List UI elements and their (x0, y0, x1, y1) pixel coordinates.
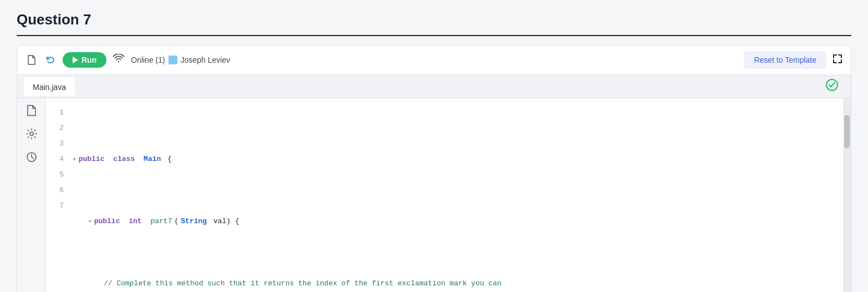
toolbar-right: Reset to Template (744, 51, 843, 69)
expand-button[interactable] (832, 53, 843, 67)
code-body: 1 2 3 4 5 6 7 ▾ public class Main { (17, 98, 851, 292)
file-tab-main-java[interactable]: Main.java (24, 77, 75, 96)
page-container: Question 7 (0, 0, 868, 292)
file-tab-label: Main.java (33, 83, 66, 92)
check-icon[interactable] (820, 75, 844, 98)
sidebar-icons (17, 98, 46, 292)
reset-to-template-button[interactable]: Reset to Template (744, 51, 826, 69)
play-icon (73, 57, 78, 63)
toolbar-left: Run Online (1) Joseph Leviev (25, 52, 737, 68)
sidebar-settings-button[interactable] (25, 127, 38, 140)
wifi-icon (112, 54, 125, 67)
question-title: Question 7 (17, 11, 851, 36)
svg-point-1 (30, 132, 33, 135)
code-line-1: ▾ public class Main { (73, 152, 836, 167)
undo-button[interactable] (44, 53, 57, 67)
sidebar-file-button[interactable] (25, 104, 38, 117)
code-line-2: ▾ public int part7(String val) { (73, 214, 836, 229)
editor-panel: Run Online (1) Joseph Leviev (17, 45, 851, 292)
scrollbar-area[interactable] (843, 98, 851, 292)
user-color-box (169, 56, 177, 64)
run-label: Run (81, 56, 96, 64)
run-button[interactable]: Run (63, 52, 106, 68)
online-indicator: Online (1) Joseph Leviev (131, 56, 230, 64)
sidebar-history-button[interactable] (25, 150, 38, 164)
online-label: Online (1) (131, 56, 165, 64)
collapse-arrow-2[interactable]: ▾ (88, 214, 92, 229)
collapse-arrow-1[interactable]: ▾ (73, 152, 76, 167)
code-editor[interactable]: 1 2 3 4 5 6 7 ▾ public class Main { (46, 98, 843, 292)
file-icon-button[interactable] (25, 53, 38, 67)
code-content[interactable]: ▾ public class Main { ▾ public int part7… (68, 98, 843, 292)
code-line-3: // Complete this method such that it ret… (73, 276, 836, 291)
scrollbar-thumb[interactable] (844, 115, 850, 148)
toolbar: Run Online (1) Joseph Leviev (17, 46, 851, 75)
user-name: Joseph Leviev (181, 56, 231, 64)
tab-bar: Main.java (17, 75, 851, 98)
line-numbers: 1 2 3 4 5 6 7 (46, 98, 68, 292)
